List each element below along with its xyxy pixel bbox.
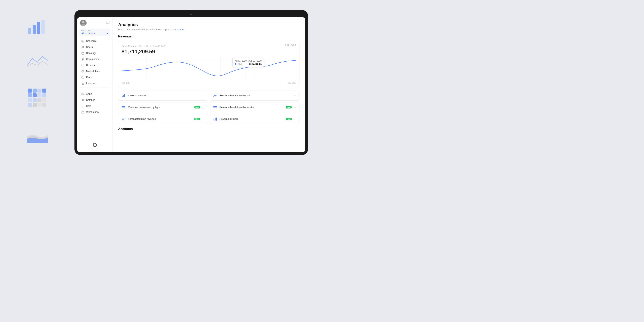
revenue-chart: Aug 1, 2020 - Aug 31, 2020 CAD $137,325.… <box>122 57 296 81</box>
svg-rect-13 <box>32 98 37 102</box>
sidebar-item-label: What's new <box>86 111 99 114</box>
svg-rect-37 <box>82 94 83 95</box>
svg-point-38 <box>82 100 84 100</box>
page-title: Analytics <box>118 22 300 27</box>
folder-icon <box>81 76 84 79</box>
svg-rect-8 <box>28 94 32 98</box>
svg-rect-35 <box>82 93 83 94</box>
analytics-item-breakdown-plan[interactable]: Revenue breakdown by plan → <box>210 90 300 100</box>
avatar[interactable] <box>80 20 86 26</box>
sidebar-item-help[interactable]: Help <box>78 103 111 109</box>
svg-rect-3 <box>42 20 45 34</box>
sidebar-item-label: Plans <box>86 76 92 79</box>
svg-rect-53 <box>123 95 124 97</box>
gear-icon <box>81 98 84 102</box>
tag-icon <box>81 70 84 73</box>
analytics-item-forecasted-revenue[interactable]: Forecasted plan revenue New → <box>118 114 208 124</box>
sidebar-item-label: Settings <box>86 98 95 102</box>
sidebar-item-label: Bookings <box>86 52 96 54</box>
sidebar-item-apps[interactable]: Apps <box>78 91 111 97</box>
gross-revenue-label-group: Gross Revenue Dec 1, 2019 - Nov 30, 2020 <box>122 44 166 48</box>
chart-label-start: Dec 2019 <box>122 82 130 84</box>
revenue-chart-svg <box>122 57 296 79</box>
revenue-growth-badge: New <box>286 118 292 120</box>
gift-icon <box>81 110 84 114</box>
svg-rect-28 <box>82 52 84 54</box>
tooltip-currency: CAD <box>238 63 242 65</box>
svg-rect-11 <box>42 94 46 98</box>
forecasted-revenue-badge: New <box>194 118 200 120</box>
svg-rect-12 <box>28 98 32 102</box>
chevron-down-icon: ▾ <box>107 32 108 35</box>
explore-button[interactable]: EXPLORE <box>285 44 296 46</box>
breakdown-location-icon <box>213 105 218 110</box>
breakdown-type-arrow: → <box>202 106 205 109</box>
svg-rect-18 <box>38 103 42 107</box>
info-icon <box>81 104 84 108</box>
calendar-icon <box>81 52 84 55</box>
app-logo <box>91 141 99 149</box>
invoiced-revenue-label: Invoiced revenue <box>128 94 200 97</box>
revenue-card: Gross Revenue Dec 1, 2019 - Nov 30, 2020… <box>118 41 300 87</box>
breakdown-type-badge: New <box>194 106 200 108</box>
svg-rect-15 <box>42 98 46 102</box>
sidebar-item-label: Help <box>86 105 91 108</box>
breakdown-plan-arrow: → <box>294 94 296 97</box>
learn-more-link[interactable]: Learn more. <box>172 28 185 31</box>
deco-bar-chart <box>27 18 47 34</box>
tooltip-amount: $137,325.05 <box>249 63 262 65</box>
svg-rect-10 <box>38 94 42 98</box>
main-content: Analytics Make data-driven decisions usi… <box>112 17 305 152</box>
sidebar-item-plans[interactable]: Plans <box>78 74 111 80</box>
background-decorations <box>0 0 74 161</box>
sidebar-item-label: Users <box>86 46 93 48</box>
tooltip-dot <box>235 63 236 65</box>
invoiced-revenue-arrow: → <box>202 94 205 97</box>
svg-rect-4 <box>28 88 32 92</box>
user-icon <box>81 46 84 49</box>
breakdown-location-label: Revenue breakdown by location <box>220 106 283 109</box>
deco-wave-chart <box>27 127 48 143</box>
svg-rect-7 <box>42 88 46 92</box>
sidebar-item-label: Marketplace <box>86 70 100 73</box>
tablet-device: LOCATION All locations ▾ <box>74 10 308 155</box>
nav-divider <box>80 88 110 88</box>
svg-rect-6 <box>38 88 42 92</box>
breakdown-plan-label: Revenue breakdown by plan <box>220 94 292 97</box>
megaphone-icon <box>81 58 84 61</box>
svg-rect-36 <box>83 93 84 94</box>
svg-rect-0 <box>28 28 32 34</box>
sidebar-item-marketplace[interactable]: Marketplace <box>78 68 111 74</box>
sidebar-item-settings[interactable]: Settings <box>78 97 111 103</box>
svg-rect-61 <box>214 119 214 120</box>
nav-list: Schedule Users <box>77 38 112 86</box>
forecasted-revenue-label: Forecasted plan revenue <box>128 118 192 120</box>
analytics-item-breakdown-type[interactable]: Revenue breakdown by type New → <box>118 102 208 112</box>
location-selector[interactable]: LOCATION All locations ▾ <box>79 28 110 36</box>
svg-rect-17 <box>32 103 37 107</box>
sidebar-item-label: Schedule <box>86 40 96 42</box>
analytics-item-invoiced-revenue[interactable]: Invoiced revenue → <box>118 90 208 100</box>
sidebar-item-label: Invoices <box>86 82 96 85</box>
deco-heatmap <box>28 88 47 107</box>
sidebar-item-bookings[interactable]: Bookings <box>78 50 111 56</box>
sidebar-item-label: Resources <box>86 64 98 66</box>
sidebar: LOCATION All locations ▾ <box>77 17 112 152</box>
analytics-item-revenue-growth[interactable]: Revenue growth New → <box>210 114 300 124</box>
sidebar-item-community[interactable]: Community <box>78 56 111 62</box>
location-value: All locations ▾ <box>81 32 108 35</box>
svg-rect-2 <box>37 22 40 34</box>
sidebar-item-resources[interactable]: Resources <box>78 62 111 68</box>
chart-labels: Dec 2019 Nov 2020 <box>122 82 296 84</box>
svg-rect-62 <box>215 118 216 120</box>
chat-icon[interactable] <box>106 21 110 25</box>
svg-point-29 <box>84 70 84 71</box>
sidebar-item-invoices[interactable]: Invoices <box>78 80 111 86</box>
analytics-grid: Invoiced revenue → Revenue breakdown by … <box>118 90 300 124</box>
sidebar-item-schedule[interactable]: Schedule <box>78 38 111 44</box>
tablet-screen: LOCATION All locations ▾ <box>77 17 305 152</box>
breakdown-type-icon <box>121 105 126 110</box>
sidebar-item-users[interactable]: Users <box>78 44 111 50</box>
sidebar-item-whats-new[interactable]: What's new <box>78 109 111 115</box>
analytics-item-breakdown-location[interactable]: Revenue breakdown by location New → <box>210 102 300 112</box>
